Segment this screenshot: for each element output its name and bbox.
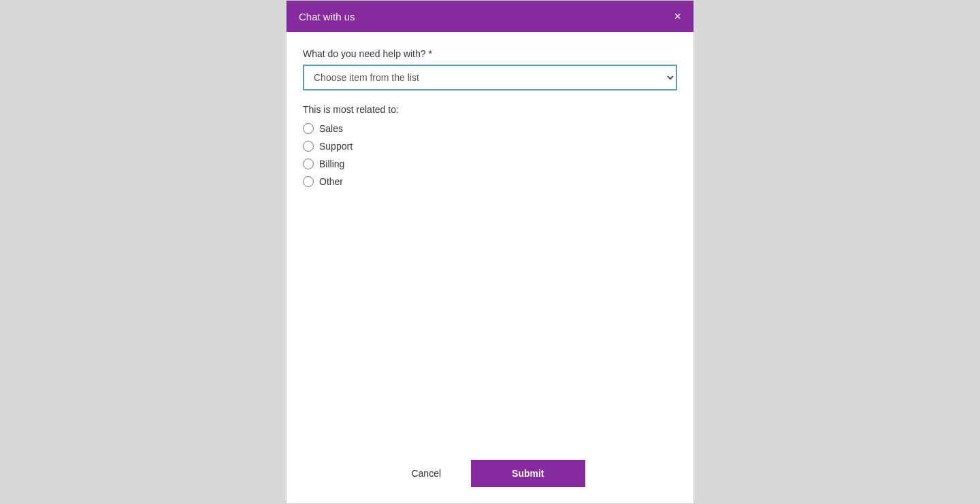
radio-sales[interactable] [303,123,314,134]
radio-billing[interactable] [303,158,314,169]
radio-support-label: Support [319,141,353,152]
modal-dialog: Chat with us × What do you need help wit… [286,0,694,504]
radio-other-label: Other [319,176,343,187]
radio-billing-label: Billing [319,158,344,169]
radio-item-support[interactable]: Support [303,141,677,152]
radio-item-sales[interactable]: Sales [303,123,677,134]
submit-button[interactable]: Submit [471,460,585,487]
close-button[interactable]: × [674,10,681,22]
cancel-button[interactable]: Cancel [395,461,457,486]
radio-item-other[interactable]: Other [303,176,677,187]
help-field-label: What do you need help with? * [303,48,677,59]
radio-item-billing[interactable]: Billing [303,158,677,169]
radio-sales-label: Sales [319,123,343,134]
select-wrapper: Choose item from the list [303,65,677,90]
radio-group: Sales Support Billing Other [303,123,677,187]
radio-other[interactable] [303,176,314,187]
modal-header: Chat with us × [287,1,693,32]
modal-title: Chat with us [299,11,355,22]
modal-footer: Cancel Submit [287,449,693,503]
modal-body: What do you need help with? * Choose ite… [287,32,693,449]
related-label: This is most related to: [303,104,677,115]
help-topic-select[interactable]: Choose item from the list [303,65,677,90]
radio-support[interactable] [303,141,314,152]
